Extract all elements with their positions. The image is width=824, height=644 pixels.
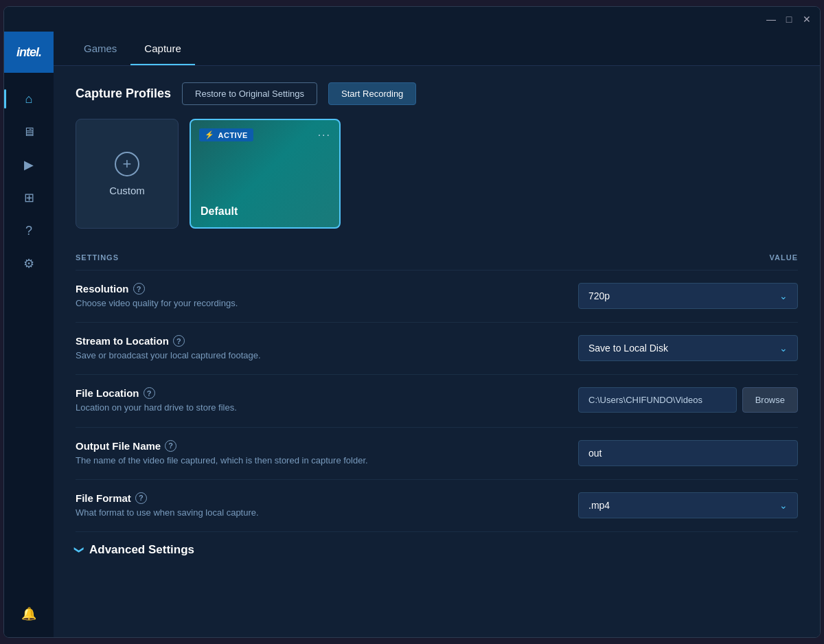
tab-games[interactable]: Games xyxy=(70,32,130,65)
window-controls: — □ ✕ xyxy=(766,14,812,24)
advanced-settings-label: Advanced Settings xyxy=(89,543,194,557)
restore-button[interactable]: Restore to Original Settings xyxy=(182,82,317,105)
file-location-help-icon[interactable]: ? xyxy=(144,387,155,399)
close-button[interactable]: ✕ xyxy=(802,14,812,24)
output-filename-info: Output File Name ? The name of the video… xyxy=(76,440,473,467)
resolution-value: 720p xyxy=(588,290,610,301)
content-scroll[interactable]: Capture Profiles Restore to Original Set… xyxy=(54,66,820,637)
start-recording-button[interactable]: Start Recording xyxy=(328,82,416,105)
home-icon: ⌂ xyxy=(25,92,33,106)
logo-text: intel. xyxy=(16,45,41,60)
title-bar: — □ ✕ xyxy=(4,7,820,32)
display-icon: 🖥 xyxy=(23,125,35,139)
default-card-label: Default xyxy=(201,205,238,218)
profile-card-default[interactable]: ⚡ ACTIVE ··· Default xyxy=(190,119,341,229)
active-badge: ⚡ ACTIVE xyxy=(199,128,253,141)
maximize-button[interactable]: □ xyxy=(784,14,794,24)
file-input-group: Browse xyxy=(578,387,798,413)
sidebar-item-help[interactable]: ? xyxy=(11,216,47,246)
profiles-title: Capture Profiles xyxy=(76,87,171,101)
resolution-dropdown-arrow: ⌄ xyxy=(779,290,788,301)
output-filename-input[interactable] xyxy=(578,440,798,466)
resolution-label: Resolution ? xyxy=(76,283,473,295)
file-format-value: .mp4 xyxy=(588,500,610,511)
resolution-control: 720p ⌄ xyxy=(578,283,798,309)
file-location-label: File Location ? xyxy=(76,387,473,399)
output-filename-label: Output File Name ? xyxy=(76,440,473,452)
sidebar-item-home[interactable]: ⌂ xyxy=(11,84,47,114)
output-filename-desc: The name of the video file captured, whi… xyxy=(76,455,473,467)
main-window: — □ ✕ intel. ⌂ 🖥 ▶ ⊞ xyxy=(3,6,821,638)
stream-location-value: Save to Local Disk xyxy=(588,343,668,354)
sidebar: intel. ⌂ 🖥 ▶ ⊞ ? ⚙ xyxy=(4,32,54,637)
file-location-info: File Location ? Location on your hard dr… xyxy=(76,387,473,414)
sidebar-nav: ⌂ 🖥 ▶ ⊞ ? ⚙ xyxy=(11,78,47,590)
resolution-help-icon[interactable]: ? xyxy=(133,283,145,295)
file-location-control: Browse xyxy=(578,387,798,413)
file-format-desc: What format to use when saving local cap… xyxy=(76,507,473,519)
help-icon-sidebar: ? xyxy=(25,224,32,238)
stream-location-setting-row: Stream to Location ? Save or broadcast y… xyxy=(76,322,798,374)
logo: intel. xyxy=(4,32,54,73)
sidebar-item-notifications[interactable]: 🔔 xyxy=(11,599,47,629)
file-format-label: File Format ? xyxy=(76,492,473,504)
file-format-dropdown-arrow: ⌄ xyxy=(779,500,788,511)
file-location-input[interactable] xyxy=(578,387,737,413)
file-location-setting-row: File Location ? Location on your hard dr… xyxy=(76,374,798,426)
output-filename-control xyxy=(578,440,798,466)
bolt-icon: ⚡ xyxy=(205,130,215,139)
file-location-desc: Location on your hard drive to store fil… xyxy=(76,402,473,414)
resolution-info: Resolution ? Choose video quality for yo… xyxy=(76,283,473,310)
profiles-cards: + Custom ⚡ ACTIVE ··· Default xyxy=(76,119,798,229)
grid-icon: ⊞ xyxy=(24,190,34,205)
tabs-bar: Games Capture xyxy=(54,32,820,66)
card-top-row: ⚡ ACTIVE ··· xyxy=(199,128,331,141)
file-format-dropdown[interactable]: .mp4 ⌄ xyxy=(578,492,798,518)
gear-icon: ⚙ xyxy=(23,256,34,271)
stream-location-control: Save to Local Disk ⌄ xyxy=(578,335,798,361)
sidebar-item-grid[interactable]: ⊞ xyxy=(11,183,47,213)
content-area: Games Capture Capture Profiles Restore t… xyxy=(54,32,820,637)
settings-header: SETTINGS VALUE xyxy=(76,248,798,267)
file-format-setting-row: File Format ? What format to use when sa… xyxy=(76,479,798,531)
sidebar-bottom: 🔔 xyxy=(11,590,47,637)
sidebar-item-display[interactable]: 🖥 xyxy=(11,117,47,147)
add-profile-icon: + xyxy=(115,152,139,176)
settings-col-label: SETTINGS xyxy=(76,253,119,262)
chevron-down-icon: ❯ xyxy=(74,546,85,554)
output-filename-help-icon[interactable]: ? xyxy=(165,440,176,452)
resolution-dropdown[interactable]: 720p ⌄ xyxy=(578,283,798,309)
main-layout: intel. ⌂ 🖥 ▶ ⊞ ? ⚙ xyxy=(4,32,820,637)
minimize-button[interactable]: — xyxy=(766,14,776,24)
settings-table: SETTINGS VALUE Resolution ? Choose video… xyxy=(76,248,798,531)
stream-location-dropdown[interactable]: Save to Local Disk ⌄ xyxy=(578,335,798,361)
sidebar-item-settings[interactable]: ⚙ xyxy=(11,249,47,279)
custom-card-label: Custom xyxy=(109,185,145,196)
stream-location-dropdown-arrow: ⌄ xyxy=(779,343,788,354)
media-icon: ▶ xyxy=(24,157,34,172)
profile-menu-button[interactable]: ··· xyxy=(318,129,331,141)
active-badge-label: ACTIVE xyxy=(218,131,248,139)
file-format-info: File Format ? What format to use when sa… xyxy=(76,492,473,519)
profile-card-custom[interactable]: + Custom xyxy=(76,119,179,229)
resolution-setting-row: Resolution ? Choose video quality for yo… xyxy=(76,270,798,322)
stream-location-desc: Save or broadcast your local captured fo… xyxy=(76,349,473,362)
stream-location-help-icon[interactable]: ? xyxy=(173,335,185,347)
value-col-label: VALUE xyxy=(770,253,798,262)
file-format-control: .mp4 ⌄ xyxy=(578,492,798,518)
bell-icon: 🔔 xyxy=(21,606,36,621)
profiles-header: Capture Profiles Restore to Original Set… xyxy=(76,82,798,105)
sidebar-item-media[interactable]: ▶ xyxy=(11,150,47,180)
stream-location-label: Stream to Location ? xyxy=(76,335,473,347)
file-format-help-icon[interactable]: ? xyxy=(135,492,147,504)
output-filename-setting-row: Output File Name ? The name of the video… xyxy=(76,427,798,479)
resolution-desc: Choose video quality for your recordings… xyxy=(76,297,473,310)
tab-capture[interactable]: Capture xyxy=(130,32,194,65)
stream-location-info: Stream to Location ? Save or broadcast y… xyxy=(76,335,473,362)
advanced-settings-row[interactable]: ❯ Advanced Settings xyxy=(76,531,798,568)
browse-button[interactable]: Browse xyxy=(742,387,798,413)
